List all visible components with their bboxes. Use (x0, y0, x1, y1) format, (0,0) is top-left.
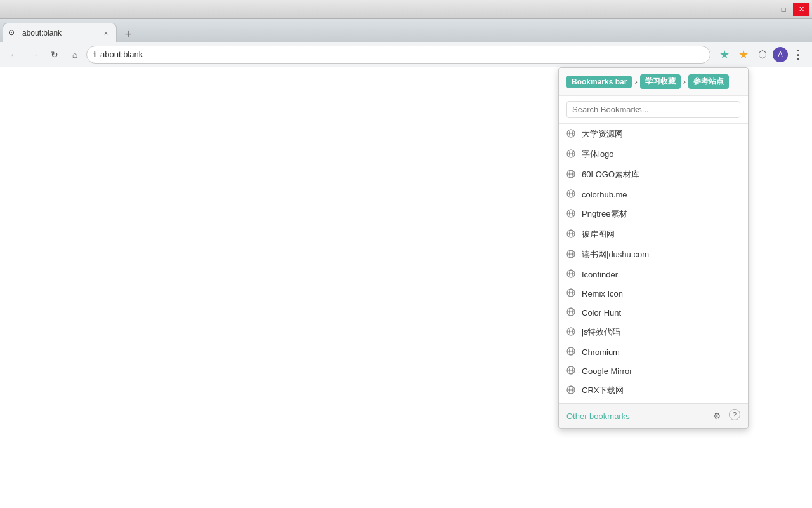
title-bar: ─ □ ✕ (0, 0, 812, 19)
navigation-bar: ← → ↻ ⌂ ℹ ★ ★ ⬡ A ⋮ (0, 42, 812, 67)
bookmark-item[interactable]: Pngtree素材 (559, 204, 748, 224)
bookmark-item[interactable]: CRX下载网 (559, 380, 748, 401)
bookmark-globe-icon (566, 269, 577, 279)
bookmark-globe-icon (566, 307, 577, 318)
bookmark-label: 彼岸图网 (582, 229, 740, 240)
bookmark-globe-icon (566, 288, 577, 298)
minimize-button[interactable]: ─ (757, 3, 774, 16)
bookmark-item[interactable]: 60LOGO素材库 (559, 164, 748, 185)
bookmark-globe-icon (566, 327, 577, 337)
bookmark-item[interactable]: 字体logo (559, 144, 748, 164)
bookmark-globe-icon (566, 149, 577, 159)
bookmark-help-button[interactable]: ? (729, 409, 740, 420)
tab-bar: ⊙ about:blank × + (0, 19, 812, 42)
bookmark-footer: Other bookmarks ⚙ ? (559, 403, 748, 428)
forward-button[interactable]: → (25, 46, 43, 64)
bookmark-settings-button[interactable]: ⚙ (710, 409, 724, 423)
bookmark-extensions-button[interactable]: ★ (716, 46, 733, 64)
bookmark-globe-icon (566, 385, 577, 396)
bookmark-item[interactable]: js特效代码 (559, 322, 748, 342)
bookmark-search-container (559, 96, 748, 124)
bookmark-item[interactable]: Chromium (559, 342, 748, 361)
bookmark-label: Pngtree素材 (582, 208, 740, 220)
bookmark-item[interactable]: Color Hunt (559, 303, 748, 322)
close-button[interactable]: ✕ (793, 3, 809, 16)
extensions-button[interactable]: ⬡ (754, 46, 771, 64)
window-controls: ─ □ ✕ (757, 3, 809, 16)
breadcrumb-sep-2: › (683, 77, 686, 86)
active-tab[interactable]: ⊙ about:blank × (3, 23, 117, 42)
toolbar-icons: ★ ★ ⬡ A ⋮ (716, 46, 807, 64)
bookmark-label: js特效代码 (582, 326, 740, 338)
footer-icons: ⚙ ? (710, 409, 740, 423)
address-security-icon: ℹ (93, 50, 96, 59)
home-button[interactable]: ⌂ (66, 46, 84, 64)
address-bar[interactable]: ℹ (86, 46, 710, 64)
bookmark-label: Iconfinder (582, 270, 740, 279)
profile-avatar[interactable]: A (773, 47, 788, 62)
bookmark-globe-icon (566, 229, 577, 239)
tab-title: about:blank (22, 29, 97, 37)
breadcrumb-study[interactable]: 学习收藏 (640, 74, 681, 89)
back-button[interactable]: ← (5, 46, 23, 64)
bookmark-item[interactable]: 读书网|dushu.com (559, 244, 748, 265)
bookmark-globe-icon (566, 189, 577, 199)
bookmark-globe-icon (566, 129, 577, 139)
bookmark-label: Remix Icon (582, 289, 740, 298)
bookmark-item[interactable]: 大学资源网 (559, 124, 748, 144)
tab-close-button[interactable]: × (101, 28, 111, 38)
menu-button[interactable]: ⋮ (789, 46, 807, 64)
tab-favicon: ⊙ (8, 28, 18, 38)
reload-button[interactable]: ↻ (46, 46, 63, 64)
main-content: Bookmarks bar › 学习收藏 › 参考站点 大学资源网 字体logo… (0, 67, 812, 508)
bookmark-item[interactable]: Google Mirror (559, 361, 748, 380)
bookmark-list: 大学资源网 字体logo 60LOGO素材库 colorhub.me Pngtr… (559, 124, 748, 403)
breadcrumb-bookmarks-bar[interactable]: Bookmarks bar (566, 76, 632, 88)
bookmark-label: 60LOGO素材库 (582, 169, 740, 180)
maximize-button[interactable]: □ (775, 3, 792, 16)
bookmark-globe-icon (566, 347, 577, 357)
bookmark-label: Color Hunt (582, 308, 740, 318)
bookmark-globe-icon (566, 366, 577, 376)
bookmark-label: 大学资源网 (582, 128, 740, 140)
bookmark-label: colorhub.me (582, 190, 740, 199)
bookmark-star-button[interactable]: ★ (735, 46, 752, 64)
bookmark-globe-icon (566, 250, 577, 260)
address-input[interactable] (100, 50, 704, 59)
other-bookmarks-link[interactable]: Other bookmarks (566, 411, 630, 421)
bookmark-globe-icon (566, 170, 577, 180)
bookmark-item[interactable]: Remix Icon (559, 284, 748, 303)
bookmark-label: Google Mirror (582, 366, 740, 376)
bookmark-label: 读书网|dushu.com (582, 249, 740, 260)
bookmark-item[interactable]: Iconfinder (559, 265, 748, 284)
bookmark-breadcrumb: Bookmarks bar › 学习收藏 › 参考站点 (559, 68, 748, 96)
bookmark-search-input[interactable] (566, 101, 740, 118)
bookmark-label: 字体logo (582, 149, 740, 160)
bookmark-label: CRX下载网 (582, 385, 740, 396)
bookmark-dropdown: Bookmarks bar › 学习收藏 › 参考站点 大学资源网 字体logo… (558, 67, 749, 429)
breadcrumb-sep-1: › (634, 77, 637, 86)
breadcrumb-reference[interactable]: 参考站点 (688, 74, 729, 89)
bookmark-globe-icon (566, 209, 577, 219)
bookmark-item[interactable]: colorhub.me (559, 185, 748, 204)
bookmark-label: Chromium (582, 347, 740, 357)
new-tab-button[interactable]: + (119, 27, 137, 42)
bookmark-item[interactable]: 彼岸图网 (559, 224, 748, 244)
